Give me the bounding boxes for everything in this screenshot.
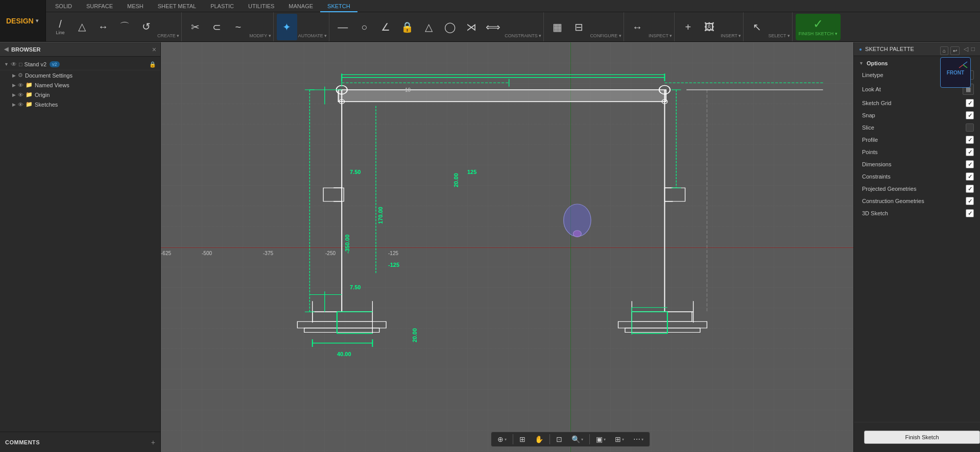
arc-icon: ⌒: [119, 21, 130, 32]
configure-tool2[interactable]: ⊟: [568, 14, 589, 40]
dimensions-checkbox[interactable]: [966, 160, 974, 168]
eye-icon3[interactable]: 👁: [18, 92, 23, 98]
modify-group: ✂ ⊂ ~ MODIFY ▾: [183, 12, 273, 41]
select-tool[interactable]: ↖: [747, 14, 767, 40]
tab-mesh[interactable]: MESH: [120, 1, 151, 12]
projected-geo-checkbox[interactable]: [966, 185, 974, 193]
line-icon: /: [59, 19, 62, 29]
browser-item-document-settings[interactable]: ▶ ⚙ Document Settings: [0, 70, 160, 80]
snap-tool-btn[interactable]: ⊕: [493, 433, 511, 445]
insert-label[interactable]: INSERT ▾: [721, 33, 741, 38]
comments-expand-icon[interactable]: +: [151, 438, 155, 446]
pan-tool-btn[interactable]: ✋: [531, 433, 547, 445]
points-checkbox[interactable]: [966, 148, 974, 156]
constraint-full-circle[interactable]: ◯: [440, 14, 460, 40]
rotate-tool[interactable]: ↺: [136, 14, 156, 40]
tab-solid[interactable]: SOLID: [48, 1, 79, 12]
tab-sketch[interactable]: SKETCH: [320, 1, 357, 12]
automate-tool[interactable]: ✦: [277, 14, 297, 40]
browser-item-document[interactable]: ▼ 👁 □ Stand v2 v2 🔒: [0, 59, 160, 70]
constraint-angle[interactable]: ∠: [375, 14, 396, 40]
dimension-tool[interactable]: ↔: [93, 14, 113, 40]
line-tool[interactable]: /Line: [50, 14, 70, 40]
browser-item-origin[interactable]: ▶ 👁 📁 Origin: [0, 90, 160, 99]
tab-utilities[interactable]: UTILITIES: [241, 1, 281, 12]
configure-label[interactable]: CONFIGURE ▾: [590, 33, 622, 38]
3d-sketch-checkbox[interactable]: [966, 209, 974, 217]
tab-sheet-metal[interactable]: SHEET METAL: [151, 1, 203, 12]
constraint-circle2-icon: ◯: [444, 22, 456, 32]
back-view-button[interactable]: ↩: [950, 46, 960, 55]
automate-icon: ✦: [282, 22, 291, 32]
constraint-h[interactable]: —: [332, 14, 353, 40]
display3-btn[interactable]: ⋯: [629, 433, 648, 445]
eye-icon[interactable]: 👁: [11, 61, 17, 68]
constraint-circle-icon: ○: [361, 22, 367, 32]
constraint-triangle[interactable]: △: [418, 14, 439, 40]
constraint-circle[interactable]: ○: [354, 14, 374, 40]
spline-tool[interactable]: ~: [228, 14, 248, 40]
browser-item-sketches[interactable]: ▶ 👁 📁 Sketches: [0, 99, 160, 109]
bottom-toolbar: ⊕ ⊞ ✋ ⊡ 🔍 ▣ ⊞ ⋯: [491, 432, 650, 447]
browser-item-named-views[interactable]: ▶ 👁 📁 Named Views: [0, 80, 160, 90]
tab-surface[interactable]: SURFACE: [79, 1, 120, 12]
eye-icon4[interactable]: 👁: [18, 102, 23, 108]
insert-tool1[interactable]: +: [678, 14, 698, 40]
tab-plastic[interactable]: PLASTIC: [203, 1, 241, 12]
profile-checkbox-container: [966, 136, 974, 144]
configure-tool1[interactable]: ▦: [547, 14, 567, 40]
construction-geo-checkbox[interactable]: [966, 197, 974, 205]
tab-manage[interactable]: MANAGE: [281, 1, 320, 12]
points-label: Points: [862, 149, 878, 155]
document-name: Stand v2: [25, 61, 46, 67]
sketch-palette-title: ● SKETCH PALETTE: [859, 46, 914, 52]
arc-tool[interactable]: ⌒: [114, 14, 135, 40]
create-label[interactable]: CREATE ▾: [157, 33, 179, 38]
browser-content: ▼ 👁 □ Stand v2 v2 🔒 ▶ ⚙ Document Setting…: [0, 57, 160, 452]
select-label[interactable]: SELECT ▾: [768, 33, 790, 38]
collapse-icon[interactable]: ◀: [4, 46, 8, 53]
home-view-button[interactable]: ⌂: [940, 46, 948, 55]
slice-checkbox[interactable]: [966, 123, 974, 132]
finish-sketch-group: ✓ FINISH SKETCH ▾: [794, 12, 843, 41]
construction-geo-checkbox-container: [966, 197, 974, 205]
triangle-tool[interactable]: △: [71, 14, 92, 40]
palette-finish-container: Finish Sketch: [854, 422, 980, 452]
constraints-checkbox[interactable]: [966, 172, 974, 181]
constraint-h-icon: —: [338, 22, 348, 32]
automate-label[interactable]: AUTOMATE ▾: [298, 33, 327, 38]
constraint-double[interactable]: ⟺: [483, 14, 504, 40]
eye-icon2[interactable]: 👁: [18, 82, 23, 88]
modify-label[interactable]: MODIFY ▾: [249, 33, 271, 38]
extend-tool[interactable]: ⊂: [206, 14, 227, 40]
comments-bar[interactable]: COMMENTS +: [0, 432, 161, 452]
display1-btn[interactable]: ▣: [592, 433, 610, 445]
inspect-tool1[interactable]: ↔: [627, 14, 648, 40]
inspect-group: ↔ INSPECT ▾: [625, 12, 675, 41]
app-title: DESIGN: [6, 17, 34, 25]
profile-checkbox[interactable]: [966, 136, 974, 144]
constraint-lock[interactable]: 🔒: [397, 14, 417, 40]
automate-group: ✦ AUTOMATE ▾: [275, 12, 330, 41]
finish-sketch-palette-button[interactable]: Finish Sketch: [864, 431, 980, 444]
trim-tool[interactable]: ✂: [185, 14, 205, 40]
construction-geo-label: Construction Geometries: [862, 198, 924, 204]
snap-checkbox[interactable]: [966, 111, 974, 119]
lock-icon[interactable]: 🔒: [149, 61, 156, 68]
finish-sketch-button[interactable]: ✓ FINISH SKETCH ▾: [796, 14, 841, 40]
app-logo[interactable]: DESIGN ▾: [0, 0, 46, 41]
grid-tool-btn[interactable]: ⊞: [515, 433, 530, 445]
zoom-fit-btn[interactable]: ⊡: [552, 433, 566, 445]
sketch-grid-checkbox[interactable]: [966, 99, 974, 107]
snap-label: Snap: [862, 112, 875, 118]
browser-close-icon[interactable]: ×: [152, 45, 156, 54]
dimension-icon: ↔: [98, 21, 108, 32]
constraint-multi[interactable]: ⋊: [461, 14, 482, 40]
view-cube-face[interactable]: FRONT: [940, 57, 971, 88]
display2-btn[interactable]: ⊞: [611, 433, 628, 445]
insert-tool2[interactable]: 🖼: [699, 14, 720, 40]
zoom-dropdown-btn[interactable]: 🔍: [567, 433, 587, 445]
configure-group: ▦ ⊟ CONFIGURE ▾: [545, 12, 624, 41]
constraints-label[interactable]: CONSTRAINTS ▾: [505, 33, 541, 38]
inspect-label[interactable]: INSPECT ▾: [649, 33, 672, 38]
